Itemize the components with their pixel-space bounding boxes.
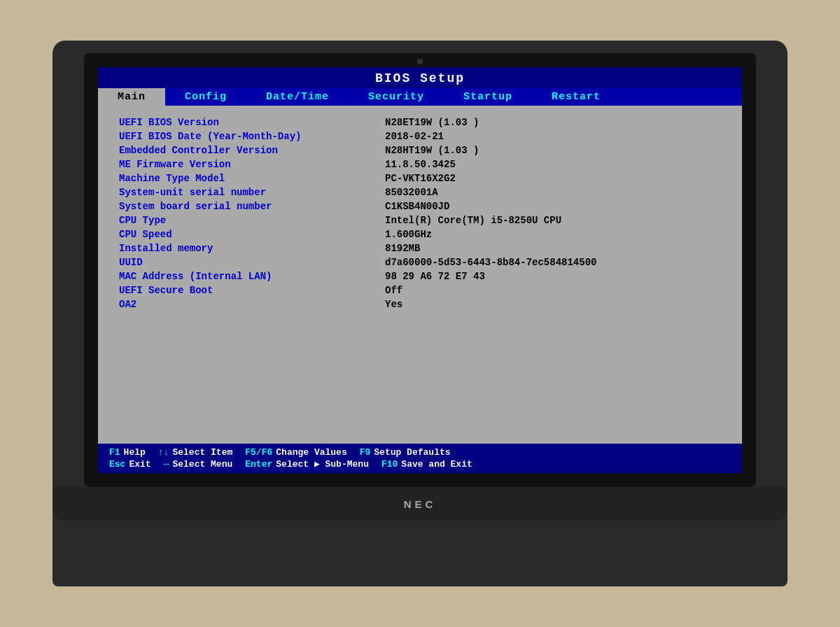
bios-title: BIOS Setup [98,67,742,88]
info-label: Embedded Controller Version [119,145,385,156]
help-f5f6: F5/F6 Change Values [245,447,346,458]
info-row: System board serial numberC1KSB4N00JD [119,199,721,213]
info-value: C1KSB4N00JD [385,201,449,212]
enter-key: Enter [245,459,272,470]
f5f6-desc: Change Values [276,447,346,458]
info-label: UEFI BIOS Version [119,117,385,128]
info-label: ME Firmware Version [119,159,385,170]
f10-key: F10 [382,459,398,470]
info-row: Installed memory8192MB [119,241,721,255]
screen-bezel: BIOS Setup Main Config Date/Time Securit… [84,53,756,487]
camera-icon [417,59,423,64]
laptop-outer: BIOS Setup Main Config Date/Time Securit… [52,41,788,586]
info-value: Intel(R) Core(TM) i5-8250U CPU [385,215,561,226]
info-row: MAC Address (Internal LAN)98 29 A6 72 E7… [119,269,721,283]
brand-label: NEC [404,498,437,510]
info-row: Machine Type ModelPC-VKT16X2G2 [119,171,721,185]
info-label: MAC Address (Internal LAN) [119,271,385,282]
help-f1: F1 Help [109,447,146,458]
info-row: Embedded Controller VersionN28HT19W (1.0… [119,143,721,157]
info-value: Yes [385,299,402,310]
content-area: UEFI BIOS VersionN28ET19W (1.03 )UEFI BI… [98,106,742,444]
info-label: Installed memory [119,243,385,254]
esc-key: Esc [109,459,125,470]
info-row: ME Firmware Version11.8.50.3425 [119,157,721,171]
info-value: PC-VKT16X2G2 [385,173,456,184]
tab-datetime[interactable]: Date/Time [246,88,349,106]
help-f10: F10 Save and Exit [382,458,472,470]
info-row: OA2Yes [119,297,721,311]
leftright-key: ↔ [164,459,169,470]
laptop-bottom: NEC [52,487,788,521]
tab-main[interactable]: Main [98,88,165,106]
help-esc: Esc Exit [109,458,151,470]
tab-restart[interactable]: Restart [532,88,620,106]
info-row: UEFI Secure BootOff [119,283,721,297]
info-row: CPU Speed1.600GHz [119,227,721,241]
info-value: Off [385,285,402,296]
esc-desc: Exit [129,459,150,470]
info-label: System board serial number [119,201,385,212]
help-bar: F1 Help ↑↓ Select Item F5/F6 Change Valu… [98,444,742,473]
info-label: UEFI BIOS Date (Year-Month-Day) [119,131,385,142]
info-value: N28HT19W (1.03 ) [385,145,479,156]
updown-desc: Select Item [172,447,232,458]
info-value: d7a60000-5d53-6443-8b84-7ec584814500 [385,257,596,268]
f9-key: F9 [360,447,371,458]
enter-desc: Select ▶ Sub-Menu [276,458,369,470]
tab-config[interactable]: Config [165,88,246,106]
info-label: CPU Type [119,215,385,226]
info-value: 8192MB [385,243,420,254]
nav-tabs: Main Config Date/Time Security Startup R… [98,88,742,106]
help-enter: Enter Select ▶ Sub-Menu [245,458,369,470]
help-row-1: F1 Help ↑↓ Select Item F5/F6 Change Valu… [109,447,731,458]
info-value: 98 29 A6 72 E7 43 [385,271,485,282]
info-row: CPU TypeIntel(R) Core(TM) i5-8250U CPU [119,213,721,227]
info-value: 1.600GHz [385,229,432,240]
help-f9: F9 Setup Defaults [360,447,451,458]
info-label: Machine Type Model [119,173,385,184]
info-row: System-unit serial number85032001A [119,185,721,199]
info-value: N28ET19W (1.03 ) [385,117,479,128]
info-row: UEFI BIOS Date (Year-Month-Day)2018-02-2… [119,129,721,143]
help-leftright: ↔ Select Menu [164,458,233,470]
f1-desc: Help [124,447,146,458]
f1-key: F1 [109,447,120,458]
info-label: UEFI Secure Boot [119,285,385,296]
info-label: UUID [119,257,385,268]
updown-key: ↑↓ [158,447,169,458]
bios-screen: BIOS Setup Main Config Date/Time Securit… [98,67,742,473]
f5f6-key: F5/F6 [245,447,272,458]
tab-security[interactable]: Security [349,88,444,106]
info-label: CPU Speed [119,229,385,240]
info-label: OA2 [119,299,385,310]
info-label: System-unit serial number [119,187,385,198]
help-updown: ↑↓ Select Item [158,447,232,458]
f10-desc: Save and Exit [401,459,472,470]
info-row: UUIDd7a60000-5d53-6443-8b84-7ec584814500 [119,255,721,269]
info-value: 85032001A [385,187,438,198]
f9-desc: Setup Defaults [374,447,450,458]
help-row-2: Esc Exit ↔ Select Menu Enter Select ▶ Su… [109,458,731,470]
info-row: UEFI BIOS VersionN28ET19W (1.03 ) [119,115,721,129]
info-value: 11.8.50.3425 [385,159,456,170]
leftright-desc: Select Menu [172,459,232,470]
info-value: 2018-02-21 [385,131,444,142]
tab-startup[interactable]: Startup [444,88,532,106]
